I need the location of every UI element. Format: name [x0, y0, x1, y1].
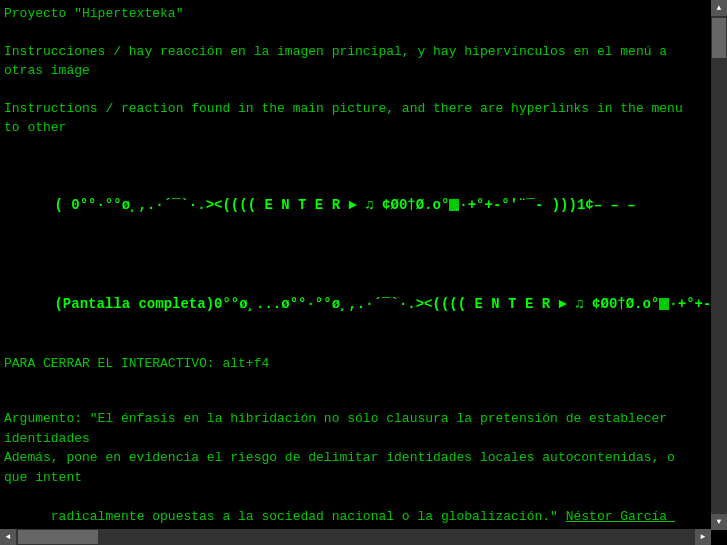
main-container: Proyecto "Hipertexteka" Instrucciones / …: [0, 0, 727, 545]
block-icon-2: [659, 298, 669, 310]
blank-6: [4, 255, 691, 273]
enter-text-1: ( 0°°·°°ø¸,.·´¯`·.><(((( E N T E R ► ♫ ¢…: [54, 197, 449, 213]
enter-text-1-end: ·+°+-°'¨¯- )))1¢– – –: [459, 197, 635, 213]
blank-9: [4, 391, 691, 409]
scroll-up-button[interactable]: ▲: [711, 0, 727, 16]
line-instrucciones: Instrucciones / hay reacción en la image…: [4, 42, 691, 81]
scroll-thumb-horizontal[interactable]: [18, 530, 98, 544]
line-enter-1[interactable]: ( 0°°·°°ø¸,.·´¯`·.><(((( E N T E R ► ♫ ¢…: [4, 174, 691, 237]
scrollbar-right: ▲ ▼: [711, 0, 727, 530]
blank-8: [4, 373, 691, 391]
line-instructions: Instructions / reaction found in the mai…: [4, 99, 691, 138]
scroll-left-button[interactable]: ◄: [0, 529, 16, 545]
scroll-right-button[interactable]: ►: [695, 529, 711, 545]
line-title: Proyecto "Hipertexteka": [4, 4, 691, 24]
blank-1: [4, 24, 691, 42]
content-area: Proyecto "Hipertexteka" Instrucciones / …: [0, 0, 711, 529]
enter-text-2: (Pantalla completa)0°°ø¸...ø°°·°°ø¸,.·´¯…: [54, 296, 659, 312]
line-argumento-3: radicalmente opuestas a la sociedad naci…: [4, 487, 691, 529]
line-argumento-1: Argumento: "El énfasis en la hibridación…: [4, 409, 691, 448]
line-enter-2[interactable]: (Pantalla completa)0°°ø¸...ø°°·°°ø¸,.·´¯…: [4, 273, 691, 336]
line-cerrar: PARA CERRAR EL INTERACTIVO: alt+f4: [4, 354, 691, 374]
line-argumento-2: Además, pone en evidencia el riesgo de d…: [4, 448, 691, 487]
scrollbar-bottom: ◄ ►: [0, 529, 711, 545]
blank-3: [4, 138, 691, 156]
scroll-thumb[interactable]: [712, 18, 726, 58]
scroll-down-button[interactable]: ▼: [711, 514, 727, 530]
blank-4: [4, 156, 691, 174]
enter-text-2-end: ·+°+-°'¨¯– )))1: [669, 296, 711, 312]
argumento-3-text: radicalmente opuestas a la sociedad naci…: [51, 509, 566, 524]
blank-7: [4, 336, 691, 354]
blank-2: [4, 81, 691, 99]
block-icon-1: [449, 199, 459, 211]
blank-5: [4, 237, 691, 255]
